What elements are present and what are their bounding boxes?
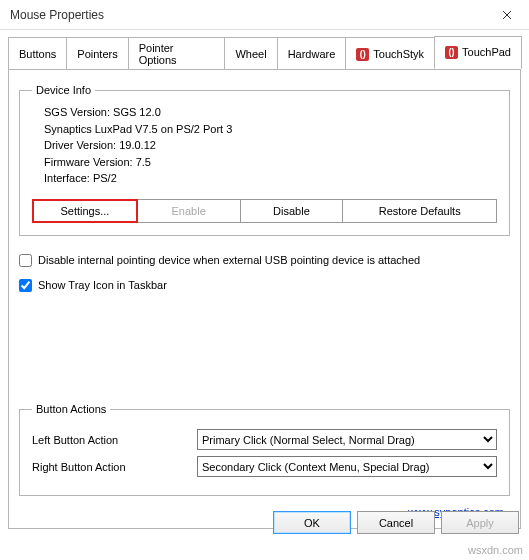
left-button-row: Left Button Action Primary Click (Normal… <box>32 429 497 450</box>
right-button-select[interactable]: Secondary Click (Context Menu, Special D… <box>197 456 497 477</box>
disable-internal-checkbox[interactable] <box>19 254 32 267</box>
device-info-text: SGS Version: SGS 12.0 Synaptics LuxPad V… <box>32 104 497 187</box>
device-info-group: Device Info SGS Version: SGS 12.0 Synapt… <box>19 84 510 236</box>
device-name: Synaptics LuxPad V7.5 on PS/2 Port 3 <box>44 121 497 138</box>
tab-pointers[interactable]: Pointers <box>66 37 128 70</box>
right-button-label: Right Button Action <box>32 461 197 473</box>
tab-wheel[interactable]: Wheel <box>224 37 277 70</box>
enable-button: Enable <box>137 199 241 223</box>
tab-strip: Buttons Pointers Pointer Options Wheel H… <box>0 30 529 69</box>
right-button-row: Right Button Action Secondary Click (Con… <box>32 456 497 477</box>
close-button[interactable] <box>484 0 529 30</box>
device-info-legend: Device Info <box>32 84 95 96</box>
tab-hardware[interactable]: Hardware <box>277 37 347 70</box>
tab-buttons[interactable]: Buttons <box>8 37 67 70</box>
disable-internal-row: Disable internal pointing device when ex… <box>19 254 510 267</box>
button-actions-legend: Button Actions <box>32 403 110 415</box>
sgs-version: SGS Version: SGS 12.0 <box>44 104 497 121</box>
tab-touchpad[interactable]: ()TouchPad <box>434 36 522 69</box>
left-button-select[interactable]: Primary Click (Normal Select, Normal Dra… <box>197 429 497 450</box>
watermark: wsxdn.com <box>468 544 523 556</box>
cancel-button[interactable]: Cancel <box>357 511 435 534</box>
restore-defaults-button[interactable]: Restore Defaults <box>342 199 497 223</box>
show-tray-label[interactable]: Show Tray Icon in Taskbar <box>38 279 167 291</box>
ok-button[interactable]: OK <box>273 511 351 534</box>
tab-panel: Device Info SGS Version: SGS 12.0 Synapt… <box>8 69 521 529</box>
settings-button[interactable]: Settings... <box>32 199 138 223</box>
tab-touchstyk[interactable]: ()TouchStyk <box>345 37 435 70</box>
title-bar: Mouse Properties <box>0 0 529 30</box>
disable-internal-label[interactable]: Disable internal pointing device when ex… <box>38 254 420 266</box>
driver-version: Driver Version: 19.0.12 <box>44 137 497 154</box>
show-tray-row: Show Tray Icon in Taskbar <box>19 279 510 292</box>
tab-pointer-options[interactable]: Pointer Options <box>128 37 226 70</box>
synaptics-icon: () <box>445 46 458 59</box>
show-tray-checkbox[interactable] <box>19 279 32 292</box>
button-actions-group: Button Actions Left Button Action Primar… <box>19 403 510 496</box>
dialog-footer: OK Cancel Apply <box>273 511 519 534</box>
disable-button[interactable]: Disable <box>240 199 344 223</box>
close-icon <box>502 10 512 20</box>
window-title: Mouse Properties <box>10 8 484 22</box>
apply-button: Apply <box>441 511 519 534</box>
interface: Interface: PS/2 <box>44 170 497 187</box>
firmware-version: Firmware Version: 7.5 <box>44 154 497 171</box>
device-button-row: Settings... Enable Disable Restore Defau… <box>32 199 497 223</box>
synaptics-icon: () <box>356 48 369 61</box>
left-button-label: Left Button Action <box>32 434 197 446</box>
